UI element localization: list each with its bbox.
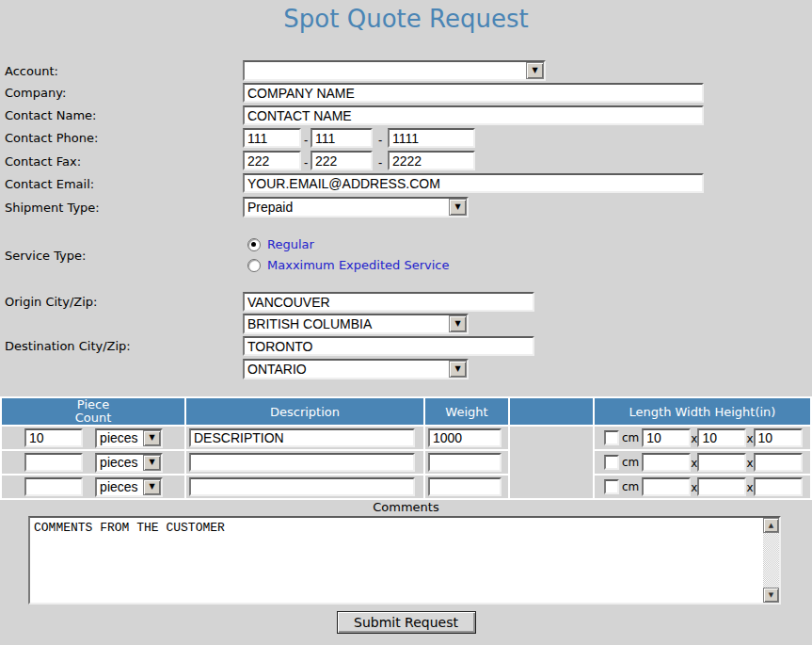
scroll-down-icon: ▼ [769, 591, 773, 599]
unit-dropdown-button[interactable]: ▼ [143, 455, 161, 471]
piece-count-cell: pieces ▼ [2, 451, 184, 474]
chevron-down-icon: ▼ [150, 434, 155, 442]
weight-cell [425, 476, 508, 498]
description-input-3[interactable] [189, 477, 415, 496]
contact-fax-label: Contact Fax: [5, 154, 81, 169]
col-header-piece-count: Piece Count [2, 398, 184, 425]
unit-dropdown-button[interactable]: ▼ [143, 430, 161, 446]
chevron-down-icon: ▼ [454, 203, 460, 211]
height-input-1[interactable] [754, 428, 803, 447]
width-input-1[interactable] [697, 428, 746, 447]
fax-separator1: - [304, 155, 308, 169]
fax-part1-input[interactable] [243, 151, 301, 170]
weight-input-1[interactable] [428, 428, 502, 447]
destination-province-value: ONTARIO [245, 362, 449, 377]
scroll-down-button[interactable]: ▼ [763, 588, 779, 603]
length-input-1[interactable] [642, 428, 691, 447]
length-input-2[interactable] [642, 453, 691, 472]
description-cell [186, 476, 423, 498]
unit-select-value: pieces [97, 455, 143, 470]
phone-part3-input[interactable] [388, 128, 475, 148]
weight-input-2[interactable] [428, 453, 502, 472]
phone-separator2: - [378, 133, 382, 147]
piece-count-input-1[interactable] [24, 428, 83, 447]
page-title: Spot Quote Request [0, 5, 812, 33]
description-input-2[interactable] [189, 453, 415, 472]
company-label: Company: [5, 86, 66, 100]
origin-province-value: BRITISH COLUMBIA [245, 316, 449, 331]
piece-count-input-3[interactable] [24, 477, 83, 496]
height-input-3[interactable] [754, 477, 803, 496]
origin-label: Origin City/Zip: [5, 295, 97, 309]
phone-separator1: - [304, 133, 308, 147]
description-input-1[interactable] [189, 428, 415, 447]
cm-checkbox-3[interactable] [604, 479, 619, 494]
piece-count-input-2[interactable] [24, 453, 83, 472]
cm-checkbox-1[interactable] [604, 430, 619, 445]
piece-count-cell: pieces ▼ [2, 427, 184, 449]
comments-label: Comments [0, 500, 812, 514]
unit-select-1[interactable]: pieces ▼ [95, 428, 163, 448]
destination-city-input[interactable] [243, 336, 534, 356]
dimensions-cell: cmxx [595, 476, 810, 498]
service-option-maxximum[interactable]: Maxximum Expedited Service [247, 258, 449, 272]
description-cell [186, 427, 423, 449]
description-cell [186, 451, 423, 474]
phone-part1-input[interactable] [243, 128, 301, 148]
unit-select-3[interactable]: pieces ▼ [95, 477, 163, 497]
cm-checkbox-2[interactable] [604, 455, 619, 470]
piece-count-cell: pieces ▼ [2, 476, 184, 498]
fax-part2-input[interactable] [310, 151, 373, 170]
radio-regular[interactable] [247, 238, 261, 251]
contact-name-label: Contact Name: [5, 108, 96, 122]
destination-province-select[interactable]: ONTARIO ▼ [243, 359, 469, 379]
fax-part3-input[interactable] [388, 151, 475, 170]
origin-province-select[interactable]: BRITISH COLUMBIA ▼ [243, 314, 469, 334]
weight-cell [425, 451, 508, 474]
shipment-type-dropdown-button[interactable]: ▼ [449, 199, 467, 216]
col-header-blank [510, 398, 593, 425]
contact-phone-label: Contact Phone: [5, 131, 98, 145]
col-header-weight: Weight [425, 398, 508, 425]
weight-input-3[interactable] [428, 477, 502, 496]
radio-maxximum-label: Maxximum Expedited Service [267, 258, 449, 272]
service-type-label: Service Type: [5, 249, 86, 263]
unit-dropdown-button[interactable]: ▼ [143, 479, 161, 495]
origin-city-input[interactable] [243, 292, 534, 312]
cm-label: cm [622, 431, 639, 444]
dim-separator: x [691, 431, 697, 444]
account-select[interactable]: ▼ [243, 60, 546, 81]
length-input-3[interactable] [642, 477, 691, 496]
destination-label: Destination City/Zip: [5, 339, 131, 353]
account-dropdown-button[interactable]: ▼ [526, 62, 544, 79]
dimensions-cell: cmxx [595, 427, 810, 449]
pieces-table: Piece Count Description Weight Length Wi… [0, 396, 812, 500]
radio-maxximum[interactable] [247, 259, 261, 272]
width-input-2[interactable] [697, 453, 746, 472]
col-header-description: Description [186, 398, 423, 425]
chevron-down-icon: ▼ [150, 459, 155, 466]
shipment-type-select[interactable]: Prepaid ▼ [243, 197, 469, 218]
destination-province-dropdown-button[interactable]: ▼ [449, 361, 467, 378]
phone-part2-input[interactable] [310, 128, 373, 148]
pieces-table-header-row: Piece Count Description Weight Length Wi… [2, 398, 810, 425]
scroll-up-button[interactable]: ▲ [763, 518, 779, 533]
chevron-down-icon: ▼ [454, 365, 460, 373]
dim-separator: x [746, 480, 753, 493]
dimensions-cell: cmxx [595, 451, 810, 474]
dim-separator: x [691, 456, 697, 469]
unit-select-2[interactable]: pieces ▼ [95, 453, 163, 473]
comments-textarea[interactable]: COMMENTS FROM THE CUSTOMER ▲ ▼ [28, 516, 781, 605]
contact-email-input[interactable] [243, 173, 704, 193]
service-option-regular[interactable]: Regular [247, 237, 314, 251]
comments-scrollbar[interactable]: ▲ ▼ [763, 518, 779, 603]
company-input[interactable] [243, 83, 704, 103]
pieces-row-3: pieces ▼ cmxx [2, 476, 810, 498]
contact-name-input[interactable] [243, 105, 704, 125]
scroll-up-icon: ▲ [769, 522, 773, 529]
origin-province-dropdown-button[interactable]: ▼ [449, 315, 467, 332]
width-input-3[interactable] [697, 477, 746, 496]
submit-request-button[interactable]: Submit Request [337, 611, 476, 634]
height-input-2[interactable] [754, 453, 803, 472]
cm-label: cm [622, 480, 639, 493]
